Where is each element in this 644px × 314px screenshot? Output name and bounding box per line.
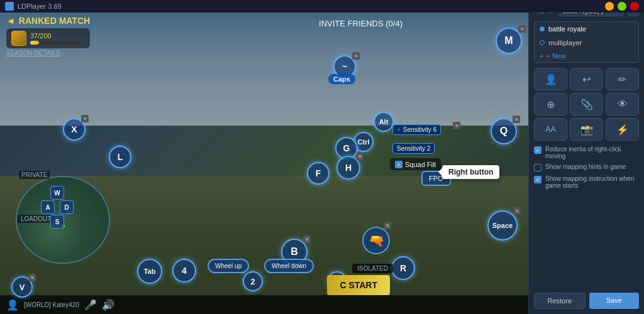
key-x-close[interactable]: ✕ (81, 115, 89, 122)
wasd-cluster: W A D S (41, 185, 74, 229)
key-tab[interactable]: Tab (137, 259, 162, 284)
minimize-button[interactable] (605, 2, 614, 11)
key-h-close[interactable]: ✕ (356, 153, 364, 160)
wasd-row-mid: A D (41, 200, 74, 214)
key-b-close[interactable]: ✕ (303, 236, 311, 243)
start-button[interactable]: C START (327, 275, 390, 295)
options-section: ✓ Reduce inertia of right-click moving S… (534, 146, 639, 193)
close-button[interactable] (630, 2, 639, 11)
season-progress-text: 37/200 (30, 32, 80, 40)
season-progress: 37/200 (30, 32, 80, 45)
squad-fill-label: Squad Fill (405, 161, 436, 168)
profile-new-button[interactable]: + + New (535, 50, 638, 62)
plus-icon: + (540, 52, 543, 60)
wheel-down-button[interactable]: Wheel down (264, 259, 314, 273)
world-text: [WORLD] Katey420 (24, 301, 79, 308)
restore-button[interactable]: Restore (534, 293, 586, 309)
option-hints-checkbox[interactable] (534, 164, 541, 171)
tool-edit[interactable]: ✏ (606, 68, 639, 90)
wasd-row-top: W (41, 186, 74, 200)
option-hints: Show mapping hints in game (534, 163, 639, 171)
isolated-badge: ISOLATED (352, 264, 393, 273)
speaker-icon: 🔊 (102, 299, 114, 311)
key-q-close[interactable]: ✕ (513, 116, 520, 123)
sensitivity-6[interactable]: + Sensitivity 6 (392, 124, 441, 135)
sens-6-label: Sensitivity 6 (403, 126, 436, 133)
wheel-up-button[interactable]: Wheel up (208, 259, 249, 273)
key-s[interactable]: S (50, 215, 64, 229)
sensitivity-2[interactable]: Sensitivity 2 (392, 143, 435, 154)
app-logo (5, 2, 14, 11)
app-title: LDPlayer 3.69 (18, 3, 62, 10)
key-4[interactable]: 4 (172, 259, 196, 283)
profile-battle-royale-label: battle royale (548, 25, 586, 33)
key-a[interactable]: A (41, 200, 55, 214)
tools-grid: 👤 ↩ ✏ ⊕ 📎 👁 AA 📸 ⚡ (534, 68, 639, 141)
profile-dropdown: battle royale multiplayer + + New (534, 21, 639, 63)
profile-multiplayer[interactable]: multiplayer (535, 36, 638, 50)
sens-close[interactable]: ✕ (453, 122, 460, 129)
profile-inactive-dot (540, 40, 545, 45)
mic-icon: 🎤 (84, 299, 97, 311)
person-icon: 👤 (6, 299, 19, 311)
profile-active-dot (540, 26, 545, 31)
titlebar: LDPlayer 3.69 (0, 0, 644, 13)
squad-fill-checkbox[interactable]: ✓ (395, 161, 402, 168)
key-tilde-close[interactable]: ✕ (352, 52, 360, 60)
progress-bar-bg (30, 41, 80, 45)
option-instruction-checkbox[interactable]: ✓ (534, 176, 541, 183)
key-caps-label: Caps (328, 74, 355, 84)
hud-top-left: ◄ RANKED MATCH 37/200 SEASON DETAILS (6, 16, 90, 57)
key-l[interactable]: L (109, 146, 131, 168)
game-area: ◄ RANKED MATCH 37/200 SEASON DETAILS INV… (0, 0, 528, 314)
key-w[interactable]: W (50, 186, 64, 200)
tool-text[interactable]: AA (534, 118, 567, 141)
key-space-close[interactable]: ✕ (513, 207, 521, 215)
key-v-close[interactable]: ✕ (28, 274, 36, 281)
panel-bottom-buttons: Restore Save (534, 293, 639, 309)
sens-2-label: Sensitivity 2 (397, 145, 430, 152)
season-details-link[interactable]: SEASON DETAILS (6, 50, 90, 57)
key-alt[interactable]: Alt (374, 112, 394, 132)
season-icon (11, 31, 26, 46)
ranked-mode: RANKED MATCH (19, 16, 90, 26)
option-hints-label: Show mapping hints in game (545, 163, 626, 170)
season-info: 37/200 (6, 28, 90, 48)
squad-fill[interactable]: ✓ Squad Fill (390, 158, 441, 170)
minimap-private-label: PRIVATE (19, 171, 50, 179)
key-space[interactable]: Space (487, 210, 518, 241)
option-instruction-label: Show mapping instruction when game start… (545, 175, 639, 189)
ranked-badge: ◄ RANKED MATCH (6, 16, 90, 26)
option-instruction: ✓ Show mapping instruction when game sta… (534, 175, 639, 189)
tool-screenshot[interactable]: 📸 (570, 118, 603, 141)
bottom-bar: 👤 [WORLD] Katey420 🎤 🔊 (0, 295, 528, 314)
tool-flash[interactable]: ⚡ (606, 118, 639, 141)
profile-multiplayer-label: multiplayer (548, 39, 582, 46)
maximize-button[interactable] (618, 2, 626, 11)
tool-undo[interactable]: ↩ (570, 68, 603, 90)
option-inertia-label: Reduce inertia of right-click moving (545, 146, 639, 160)
wasd-row-bot: S (41, 215, 74, 229)
right-button-tooltip: Right button (442, 165, 499, 179)
weapon-icon[interactable]: 🔫 (362, 227, 390, 254)
key-2[interactable]: 2 (243, 271, 263, 291)
save-button[interactable]: Save (589, 293, 640, 309)
key-f[interactable]: F (307, 162, 330, 185)
window-controls (605, 2, 639, 11)
profile-battle-royale[interactable]: battle royale (535, 22, 638, 36)
tool-view[interactable]: 👁 (606, 93, 639, 116)
invite-friends: INVITE FRIENDS (0/4) (319, 19, 402, 28)
ranked-icon: ◄ (6, 16, 15, 26)
option-inertia-checkbox[interactable]: ✓ (534, 146, 541, 154)
key-m-close[interactable]: ✕ (518, 25, 526, 33)
tool-attach[interactable]: 📎 (570, 93, 603, 116)
progress-bar-fill (30, 41, 39, 45)
weapon-close[interactable]: ✕ (384, 222, 391, 229)
key-r[interactable]: R (391, 256, 415, 280)
tool-character[interactable]: 👤 (534, 68, 567, 90)
right-panel: Name: battle royale(*) ▼ ↻ battle royale… (528, 0, 644, 314)
tool-crosshair[interactable]: ⊕ (534, 93, 567, 116)
key-d[interactable]: D (60, 200, 74, 214)
option-inertia: ✓ Reduce inertia of right-click moving (534, 146, 639, 160)
